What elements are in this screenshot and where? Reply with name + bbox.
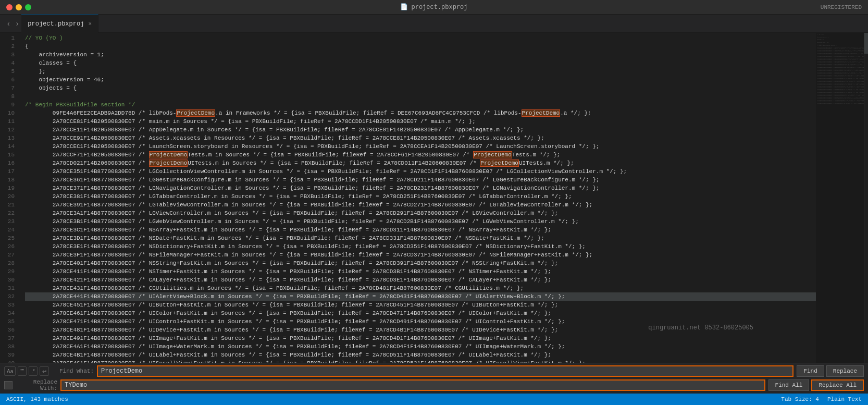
- table-row: 2A78CE351F14B87700830E07 /* LGCollection…: [25, 167, 816, 176]
- forward-button[interactable]: ›: [13, 17, 22, 30]
- whole-word-button[interactable]: "": [18, 366, 27, 376]
- find-options-group: Aa "" .* ↩: [4, 366, 49, 376]
- table-row: 2A78CE471F14B87700830E07 /* UIControl+Fa…: [25, 317, 816, 326]
- title-bar: 📄 project.pbxproj UNREGISTERED: [0, 0, 868, 15]
- code-content[interactable]: // YO (YO ){ archiveVersion = 1; classes…: [19, 33, 816, 363]
- minimap: // YO (YO ){ archiveVersion = 1; classes…: [816, 33, 868, 363]
- regex-button[interactable]: .*: [29, 366, 38, 376]
- file-type[interactable]: Plain Text: [827, 396, 862, 402]
- find-label: Find What:: [52, 368, 94, 374]
- table-row: 2A78CCE81F14B20500830E07 /* main.m in So…: [25, 117, 816, 126]
- table-row: {: [25, 42, 816, 51]
- main-area: 1234567891011121314151617181920212223242…: [0, 33, 868, 363]
- table-row: 2A78CE3E1F14B87700830E07 /* NSDictionary…: [25, 242, 816, 251]
- replace-label: Replace With:: [16, 379, 57, 391]
- table-row: 2A78CE3B1F14B87700830E07 /* LGWebViewCon…: [25, 217, 816, 226]
- find-button[interactable]: Find: [797, 365, 824, 377]
- close-button[interactable]: [6, 4, 13, 10]
- minimize-button[interactable]: [16, 4, 22, 10]
- table-row: 2A78CCF71F14B20500830E07 /* ProjectDemoT…: [25, 151, 816, 159]
- replace-all-button[interactable]: Replace All: [811, 379, 864, 391]
- registration-status: UNREGISTERED: [821, 4, 862, 10]
- table-row: 2A78CE441F14B87700830E07 /* UIAlertView+…: [25, 292, 816, 301]
- table-row: // YO (YO ): [25, 34, 816, 42]
- table-row: 2A78CE361F14B87700830E07 /* LGGestureBac…: [25, 176, 816, 184]
- tab-label: project.pbxproj: [28, 20, 84, 28]
- replace-button[interactable]: Replace: [826, 365, 864, 377]
- table-row: [25, 92, 816, 101]
- replace-options-group: [4, 381, 13, 389]
- table-row: 2A78CE4A1F14B87700830E07 /* UIImage+Wate…: [25, 342, 816, 351]
- window-title: 📄 project.pbxproj: [400, 3, 467, 11]
- wrap-button[interactable]: ↩: [40, 366, 49, 376]
- replace-input[interactable]: [60, 379, 765, 391]
- table-row: 2A78CE421F14B87700830E07 /* CALayer+Fast…: [25, 276, 816, 284]
- table-row: 2A78CD021F14B20600830E07 /* ProjectDemoU…: [25, 159, 816, 167]
- back-button[interactable]: ‹: [4, 17, 13, 30]
- case-sensitive-button[interactable]: Aa: [4, 366, 16, 376]
- find-action-buttons: Find Replace: [797, 365, 864, 377]
- status-bar: ASCII, 143 matches Tab Size: 4 Plain Tex…: [0, 394, 868, 405]
- find-all-button[interactable]: Find All: [768, 379, 810, 391]
- minimap-content: // YO (YO ){ archiveVersion = 1; classes…: [816, 33, 868, 105]
- tab-size[interactable]: Tab Size: 4: [781, 396, 819, 402]
- replace-input-wrapper: [60, 379, 765, 391]
- traffic-lights: [6, 4, 31, 10]
- find-row: Aa "" .* ↩ Find What: Find Replace: [4, 365, 864, 377]
- file-icon: 📄: [400, 3, 408, 11]
- tab-close-button[interactable]: ×: [88, 21, 92, 27]
- preserve-case-checkbox[interactable]: [4, 381, 13, 389]
- replace-row: Replace With: Find All Replace All: [4, 379, 864, 391]
- table-row: 2A78CE381F14B87700830E07 /* LGTabbarCont…: [25, 192, 816, 201]
- replace-action-buttons: Find All Replace All: [768, 379, 864, 391]
- table-row: objectVersion = 46;: [25, 76, 816, 84]
- maximize-button[interactable]: [25, 4, 31, 10]
- minimap-thumb[interactable]: [864, 33, 868, 54]
- table-row: 2A78CE3D1F14B87700830E07 /* NSDate+FastK…: [25, 234, 816, 242]
- find-replace-bar: Aa "" .* ↩ Find What: Find Replace Repla…: [0, 363, 868, 394]
- table-row: 2A78CE3C1F14B87700830E07 /* NSArray+Fast…: [25, 226, 816, 234]
- table-row: 2A78CE451F14B87700830E07 /* UIButton+Fas…: [25, 301, 816, 309]
- find-input[interactable]: [97, 365, 793, 377]
- table-row: classes = {: [25, 59, 816, 67]
- status-right: Tab Size: 4 Plain Text: [781, 396, 862, 402]
- table-row: objects = {: [25, 84, 816, 92]
- table-row: 2A78CE4C1F14B87700830E07 /* UIScrollView…: [25, 359, 816, 363]
- table-row: 2A78CE3F1F14B87700830E07 /* NSFileManage…: [25, 251, 816, 259]
- table-row: 2A78CE4B1F14B87700830E07 /* UILabel+Fast…: [25, 351, 816, 359]
- table-row: 2A78CCEC1F14B20500830E07 /* LaunchScreen…: [25, 142, 816, 151]
- find-input-wrapper: [97, 365, 793, 377]
- table-row: 2A78CCE11F14B20500830E07 /* AppDelegate.…: [25, 126, 816, 134]
- table-row: 2A78CE491F14B87700830E07 /* UIImage+Fast…: [25, 334, 816, 342]
- title-bar-left: [6, 4, 31, 10]
- table-row: };: [25, 67, 816, 76]
- table-row: 2A78CE481F14B87700830E07 /* UIDevice+Fas…: [25, 326, 816, 334]
- editor-area[interactable]: 1234567891011121314151617181920212223242…: [0, 33, 816, 363]
- file-tab[interactable]: project.pbxproj ×: [21, 15, 98, 33]
- table-row: 2A78CE401F14B87700830E07 /* NSString+Fas…: [25, 259, 816, 267]
- minimap-scrollbar[interactable]: [864, 33, 868, 363]
- table-row: archiveVersion = 1;: [25, 51, 816, 59]
- line-numbers: 1234567891011121314151617181920212223242…: [0, 33, 19, 363]
- status-left: ASCII, 143 matches: [6, 396, 68, 402]
- table-row: 2A78CE3A1F14B87700830E07 /* LGViewContro…: [25, 209, 816, 217]
- tab-bar: ‹ › project.pbxproj ×: [0, 15, 868, 33]
- table-row: 2A78CE411F14B87700830E07 /* NSTimer+Fast…: [25, 267, 816, 276]
- table-row: 2A78CCE91F14B20500830E07 /* Assets.xcass…: [25, 134, 816, 142]
- table-row: 2A78CE431F14B87700830E07 /* CGUtilities.…: [25, 284, 816, 292]
- table-row: 2A78CE371F14B87700830E07 /* LGNavigation…: [25, 184, 816, 192]
- table-row: 2A78CE391F14B87700830E07 /* LGTableViewC…: [25, 201, 816, 209]
- match-count: ASCII, 143 matches: [6, 396, 68, 402]
- table-row: 2A78CE461F14B87700830E07 /* UIColor+Fast…: [25, 309, 816, 317]
- table-row: /* Begin PBXBuildFile section */: [25, 101, 816, 109]
- table-row: 09FE4A6FEE2CEADB9A2DD76D /* libPods-Proj…: [25, 109, 816, 117]
